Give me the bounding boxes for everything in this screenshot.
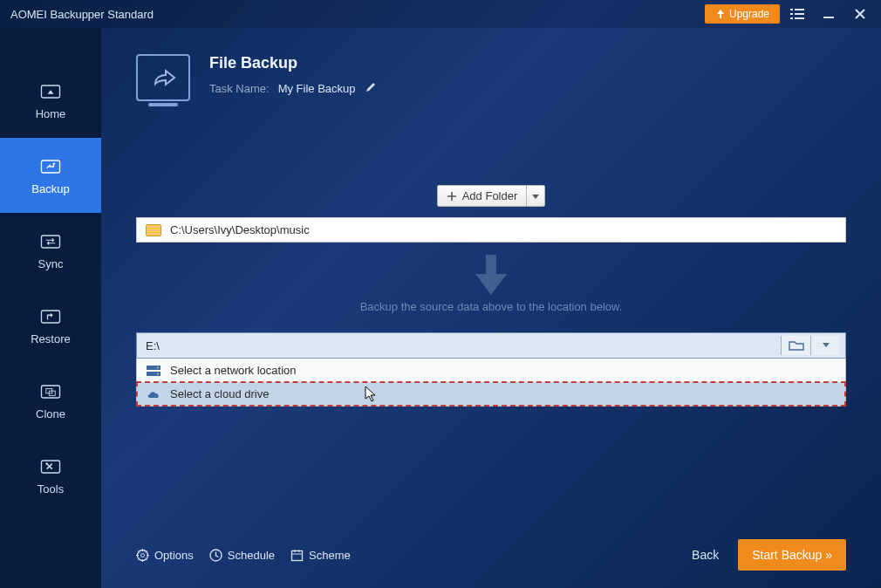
- arrow-down-icon: [472, 255, 510, 295]
- sync-icon: [38, 231, 63, 252]
- svg-rect-1: [795, 9, 804, 10]
- destination-path-text: E:\: [146, 339, 781, 352]
- sidebar-item-label: Backup: [31, 182, 69, 195]
- svg-point-15: [45, 462, 48, 465]
- sidebar-item-restore[interactable]: Restore: [0, 288, 101, 363]
- gear-icon: [136, 549, 149, 562]
- file-backup-device-icon: [136, 54, 190, 101]
- sidebar-item-tools[interactable]: Tools: [0, 438, 101, 513]
- pencil-icon: [365, 81, 377, 93]
- close-button[interactable]: [846, 3, 874, 25]
- schedule-label: Schedule: [228, 549, 275, 562]
- svg-rect-11: [42, 386, 60, 398]
- home-icon: [38, 81, 63, 102]
- flow-arrow: [136, 255, 846, 295]
- scheme-button[interactable]: Scheme: [290, 549, 351, 562]
- edit-task-name-button[interactable]: [365, 81, 377, 96]
- task-name-value: My File Backup: [278, 82, 356, 95]
- upgrade-icon: [715, 9, 726, 19]
- page-header: File Backup Task Name: My File Backup: [136, 54, 846, 101]
- clock-icon: [209, 549, 222, 562]
- page-title: File Backup: [209, 54, 377, 72]
- sidebar-item-sync[interactable]: Sync: [0, 213, 101, 288]
- menu-list-icon: [790, 8, 804, 20]
- svg-rect-10: [42, 311, 60, 323]
- window-controls: Upgrade: [705, 3, 874, 25]
- options-label: Options: [154, 549, 194, 562]
- svg-rect-23: [292, 550, 303, 560]
- chevron-down-icon: [532, 195, 539, 200]
- cursor-icon: [364, 386, 378, 403]
- back-button[interactable]: Back: [692, 548, 719, 562]
- restore-icon: [38, 306, 63, 327]
- svg-rect-2: [790, 13, 793, 15]
- dropdown-item-network[interactable]: Select a network location: [137, 359, 845, 382]
- destination-path-bar[interactable]: E:\: [136, 332, 846, 359]
- app-title: AOMEI Backupper Standard: [10, 8, 705, 21]
- upgrade-button[interactable]: Upgrade: [705, 4, 780, 24]
- minimize-button[interactable]: [815, 3, 843, 25]
- sidebar-item-label: Tools: [38, 482, 64, 496]
- sidebar-item-label: Clone: [36, 407, 65, 420]
- add-folder-label: Add Folder: [462, 189, 518, 202]
- svg-rect-0: [790, 9, 793, 10]
- minimize-icon: [823, 8, 835, 20]
- sidebar-item-clone[interactable]: Clone: [0, 363, 101, 438]
- plus-icon: [447, 191, 457, 202]
- task-name-row: Task Name: My File Backup: [209, 81, 377, 96]
- sidebar-item-label: Restore: [31, 332, 71, 345]
- svg-rect-4: [790, 17, 793, 19]
- share-arrow-icon: [150, 66, 176, 89]
- titlebar: AOMEI Backupper Standard Upgrade: [0, 0, 881, 28]
- svg-rect-5: [795, 17, 804, 19]
- tools-icon: [38, 456, 63, 477]
- instruction-text: Backup the source data above to the loca…: [136, 300, 846, 313]
- sidebar-item-backup[interactable]: Backup: [0, 138, 101, 213]
- dropdown-item-label: Select a cloud drive: [170, 387, 269, 400]
- clone-icon: [38, 381, 63, 402]
- svg-rect-6: [823, 17, 834, 18]
- sidebar-item-label: Home: [36, 107, 66, 120]
- destination-dropdown-list: Select a network location Select a cloud…: [136, 359, 846, 407]
- chevron-down-icon: [823, 343, 830, 348]
- footer: Options Schedule Scheme Back Start Backu…: [136, 539, 846, 571]
- folder-open-icon: [789, 339, 804, 352]
- folder-icon: [146, 224, 161, 236]
- sidebar-item-label: Sync: [38, 257, 64, 270]
- sidebar: Home Backup Sync Restore Clone Tools: [0, 28, 101, 588]
- source-path-text: C:\Users\Ivy\Desktop\music: [170, 223, 310, 236]
- main-area: File Backup Task Name: My File Backup Ad…: [101, 28, 881, 588]
- add-folder-dropdown[interactable]: [526, 186, 544, 206]
- dropdown-item-label: Select a network location: [170, 364, 297, 377]
- task-name-label: Task Name:: [209, 82, 270, 95]
- content-area: Add Folder C:\Users\Ivy\Desktop\music Ba…: [136, 185, 846, 407]
- add-folder-button[interactable]: Add Folder: [437, 185, 546, 207]
- upgrade-label: Upgrade: [729, 8, 769, 20]
- options-button[interactable]: Options: [136, 549, 194, 562]
- destination-dropdown-button[interactable]: [810, 336, 840, 355]
- scheme-label: Scheme: [309, 549, 351, 562]
- backup-icon: [38, 156, 63, 177]
- svg-point-19: [157, 373, 159, 374]
- dropdown-item-cloud[interactable]: Select a cloud drive: [137, 382, 845, 406]
- svg-rect-3: [795, 13, 804, 15]
- cloud-icon: [146, 388, 161, 400]
- start-backup-button[interactable]: Start Backup »: [738, 539, 846, 571]
- svg-point-21: [141, 553, 145, 557]
- network-icon: [146, 365, 161, 377]
- source-path-item[interactable]: C:\Users\Ivy\Desktop\music: [136, 217, 846, 243]
- menu-button[interactable]: [783, 3, 811, 25]
- calendar-icon: [290, 549, 304, 562]
- browse-destination-button[interactable]: [781, 336, 810, 355]
- start-backup-label: Start Backup »: [752, 548, 832, 562]
- svg-point-18: [157, 366, 159, 368]
- sidebar-item-home[interactable]: Home: [0, 63, 101, 138]
- svg-rect-9: [42, 236, 60, 248]
- close-icon: [854, 8, 866, 20]
- schedule-button[interactable]: Schedule: [209, 549, 275, 562]
